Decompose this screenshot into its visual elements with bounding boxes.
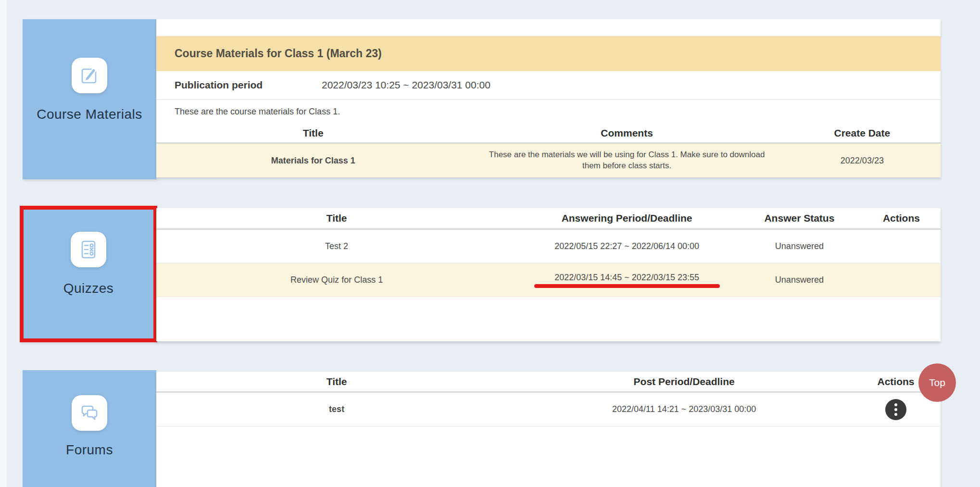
sidebar-tile-quizzes-highlighted[interactable]: Quizzes <box>20 206 157 342</box>
quiz-status-cell: Unanswered <box>737 275 862 285</box>
sidebar-tile-forums[interactable]: Forums <box>23 370 156 487</box>
course-materials-description: These are the course materials for Class… <box>156 100 941 124</box>
material-comments-cell: These are the materials we will be using… <box>470 150 783 172</box>
edit-icon <box>72 58 107 93</box>
column-header-post-period: Post Period/Deadline <box>517 376 851 387</box>
quiz-row: Review Quiz for Class 1 2022/03/15 14:45… <box>156 263 941 297</box>
material-create-date-cell: 2022/03/23 <box>784 156 941 166</box>
publication-period-row: Publication period 2022/03/23 10:25 ~ 20… <box>156 71 941 100</box>
material-row: Materials for Class 1 These are the mate… <box>156 144 941 177</box>
quiz-period-cell: 2022/05/15 22:27 ~ 2022/06/14 00:00 <box>517 241 737 251</box>
tile-label-course-materials: Course Materials <box>37 107 142 122</box>
quiz-row: Test 2 2022/05/15 22:27 ~ 2022/06/14 00:… <box>156 230 941 263</box>
kebab-menu-button[interactable] <box>885 399 906 420</box>
forums-icon <box>72 395 107 431</box>
forum-actions-cell <box>851 399 941 420</box>
forums-table-header: Title Post Period/Deadline Actions <box>156 372 941 393</box>
quiz-period-text: 2022/03/15 14:45 ~ 2022/03/15 23:55 <box>554 273 699 283</box>
forum-period-cell: 2022/04/11 14:21 ~ 2023/03/31 00:00 <box>517 404 851 414</box>
tile-label-quizzes: Quizzes <box>63 281 114 296</box>
column-header-answering-period: Answering Period/Deadline <box>517 212 737 224</box>
column-header-title: Title <box>156 212 517 224</box>
scroll-to-top-button[interactable]: Top <box>918 363 956 402</box>
quiz-title-cell[interactable]: Review Quiz for Class 1 <box>156 275 517 285</box>
forums-card: Title Post Period/Deadline Actions test … <box>156 372 941 487</box>
course-materials-card: Course Materials for Class 1 (March 23) … <box>156 19 941 177</box>
quiz-status-cell: Unanswered <box>737 241 862 251</box>
materials-table-header: Title Comments Create Date <box>156 124 941 144</box>
left-gutter <box>0 0 7 487</box>
column-header-actions: Actions <box>862 212 941 224</box>
sidebar-tile-course-materials[interactable]: Course Materials <box>23 19 156 179</box>
column-header-create-date: Create Date <box>784 127 941 139</box>
quizzes-card: Title Answering Period/Deadline Answer S… <box>156 208 941 341</box>
forum-title-cell[interactable]: test <box>156 404 517 414</box>
column-header-title: Title <box>156 376 517 387</box>
quiz-icon <box>71 232 106 267</box>
tile-label-forums: Forums <box>66 442 113 458</box>
card-top-strip <box>156 19 941 36</box>
course-materials-heading: Course Materials for Class 1 (March 23) <box>156 36 941 71</box>
quiz-title-cell[interactable]: Test 2 <box>156 241 517 251</box>
forum-row: test 2022/04/11 14:21 ~ 2023/03/31 00:00 <box>156 393 941 426</box>
publication-period-value: 2022/03/23 10:25 ~ 2023/03/31 00:00 <box>322 79 490 91</box>
column-header-comments: Comments <box>470 127 783 139</box>
deadline-annotation-underline <box>534 284 720 288</box>
quizzes-table-header: Title Answering Period/Deadline Answer S… <box>156 208 941 230</box>
quiz-period-cell: 2022/03/15 14:45 ~ 2022/03/15 23:55 <box>517 273 737 288</box>
publication-period-label: Publication period <box>175 79 322 91</box>
material-title-cell[interactable]: Materials for Class 1 <box>156 156 470 166</box>
column-header-answer-status: Answer Status <box>737 212 862 224</box>
column-header-title: Title <box>156 127 470 139</box>
